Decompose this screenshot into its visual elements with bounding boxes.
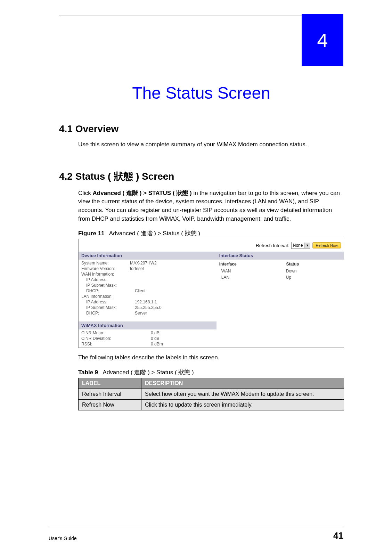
footer-page-number: 41 <box>333 530 343 541</box>
refresh-interval-dropdown[interactable]: None ▼ <box>291 242 311 249</box>
device-info-body: System Name:MAX-207HW2Firmware Version:f… <box>79 260 217 317</box>
device-info-row: IP Subnet Mask:255.255.255.0 <box>79 305 217 310</box>
figure-topbar: Refresh Interval: None ▼ Refresh Now <box>79 239 344 252</box>
table9-head-description: DESCRIPTION <box>141 378 344 389</box>
iface-col-status: Status <box>286 262 341 267</box>
device-info-value: forteset <box>130 266 214 271</box>
device-info-value <box>130 294 214 299</box>
intro-pre: Click <box>78 190 93 196</box>
device-info-row: IP Subnet Mask: <box>79 283 217 288</box>
interface-status-value: Up <box>286 275 339 280</box>
table-row: Refresh IntervalSelect how often you wan… <box>79 389 344 399</box>
wimax-info-row: CINR Deviation:0 dB <box>79 336 217 341</box>
device-info-key: System Name: <box>81 261 130 266</box>
device-info-key: IP Address: <box>81 277 135 282</box>
device-info-row: DHCP:Client <box>79 288 217 294</box>
refresh-interval-label: Refresh Interval: <box>256 243 289 248</box>
interface-status-row: WANDown <box>217 268 344 274</box>
figure-caption: Figure 11 Advanced ( 進階 ) > Status ( 狀態 … <box>78 229 343 237</box>
device-info-row: IP Address: <box>79 277 217 283</box>
device-info-header: Device Information <box>79 252 217 260</box>
interface-status-body: Interface Status WANDownLANUp <box>217 260 344 281</box>
device-info-key: IP Subnet Mask: <box>81 305 135 310</box>
device-info-value: MAX-207HW2 <box>130 261 214 266</box>
wimax-info-value: 0 dBm <box>151 342 214 346</box>
device-info-value: Server <box>135 311 214 316</box>
chapter-title: The Status Screen <box>59 83 343 103</box>
section-overview-body: Use this screen to view a complete summa… <box>78 140 343 149</box>
iface-col-interface: Interface <box>219 262 286 267</box>
wimax-info-value: 0 dB <box>151 330 214 335</box>
wimax-info-body: CINR Mean:0 dBCINR Deviation:0 dBRSSI:0 … <box>79 329 217 348</box>
figure-screenshot: Refresh Interval: None ▼ Refresh Now Dev… <box>78 239 344 348</box>
intro-bold: Advanced ( 進階 ) > STATUS ( 狀態 ) <box>93 190 192 196</box>
device-info-key: IP Address: <box>81 300 135 304</box>
interface-status-row: LANUp <box>217 274 344 280</box>
wimax-info-key: RSSI: <box>81 342 151 346</box>
wimax-info-row: CINR Mean:0 dB <box>79 330 217 336</box>
device-info-row: Firmware Version:forteset <box>79 266 217 271</box>
refresh-now-button[interactable]: Refresh Now <box>312 242 341 248</box>
table9-label: Table 9 <box>78 369 98 376</box>
chevron-down-icon: ▼ <box>304 243 310 248</box>
wimax-info-key: CINR Deviation: <box>81 336 151 341</box>
device-info-key: DHCP: <box>81 311 135 316</box>
table9-caption: Table 9 Advanced ( 進階 ) > Status ( 狀態 ) <box>78 368 343 376</box>
device-info-row: IP Address:192.168.1.1 <box>79 299 217 305</box>
interface-name: WAN <box>221 269 286 274</box>
device-info-row: WAN Information: <box>79 271 217 277</box>
table9-description-cell: Click this to update this screen immedia… <box>141 399 344 410</box>
device-info-value: 192.168.1.1 <box>135 300 214 304</box>
table9-description-cell: Select how often you want the WiMAX Mode… <box>141 389 344 399</box>
table9-caption-text: Advanced ( 進階 ) > Status ( 狀態 ) <box>103 369 194 376</box>
chapter-number-tab: 4 <box>302 14 343 66</box>
post-figure-text: The following tables describe the labels… <box>78 353 343 362</box>
device-info-value: Client <box>135 288 214 293</box>
device-info-key: WAN Information: <box>81 272 130 277</box>
figure-label: Figure 11 <box>78 230 105 237</box>
refresh-interval-value: None <box>292 243 304 248</box>
device-info-key: DHCP: <box>81 288 135 293</box>
device-info-value: 255.255.255.0 <box>135 305 214 310</box>
interface-name: LAN <box>221 275 286 280</box>
table-row: Refresh NowClick this to update this scr… <box>79 399 344 410</box>
section-status-heading: 4.2 Status ( 狀態 ) Screen <box>59 170 343 183</box>
device-info-key: IP Subnet Mask: <box>81 283 135 288</box>
footer-guide: User's Guide <box>49 536 76 541</box>
table9-head-label: LABEL <box>79 378 141 389</box>
page-footer: User's Guide 41 <box>49 528 343 541</box>
interface-status-value: Down <box>286 269 339 274</box>
section-overview-heading: 4.1 Overview <box>59 123 343 134</box>
table9: LABEL DESCRIPTION Refresh IntervalSelect… <box>78 378 344 410</box>
wimax-info-key: CINR Mean: <box>81 330 151 335</box>
header-rule <box>59 16 302 16</box>
device-info-row: System Name:MAX-207HW2 <box>79 260 217 266</box>
section-status-body: Click Advanced ( 進階 ) > STATUS ( 狀態 ) in… <box>78 189 343 223</box>
device-info-row: DHCP:Server <box>79 310 217 316</box>
device-info-value <box>130 272 214 277</box>
device-info-value <box>135 277 214 282</box>
device-info-key: LAN Information: <box>81 294 130 299</box>
table9-label-cell: Refresh Now <box>79 399 141 410</box>
device-info-row: LAN Information: <box>79 294 217 299</box>
table9-label-cell: Refresh Interval <box>79 389 141 399</box>
interface-status-header: Interface Status <box>217 252 344 260</box>
device-info-key: Firmware Version: <box>81 266 130 271</box>
wimax-info-value: 0 dB <box>151 336 214 341</box>
wimax-info-row: RSSI:0 dBm <box>79 341 217 347</box>
figure-caption-text: Advanced ( 進階 ) > Status ( 狀態 ) <box>109 230 200 237</box>
device-info-value <box>135 283 214 288</box>
wimax-info-header: WiMAX Information <box>79 321 217 329</box>
